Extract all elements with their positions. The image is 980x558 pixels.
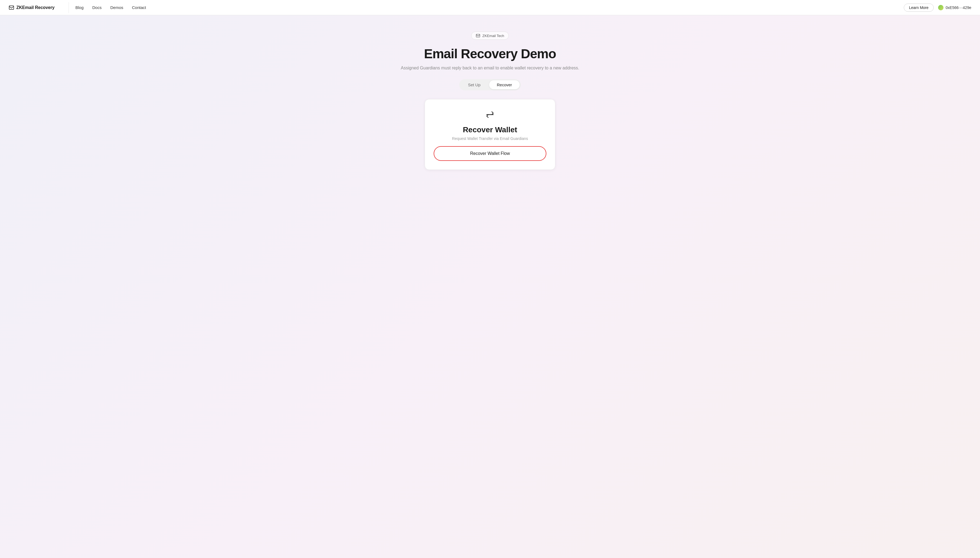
svg-rect-0 xyxy=(9,6,14,9)
logo[interactable]: ZKEmail Recovery xyxy=(9,5,69,10)
navbar: ZKEmail Recovery Blog Docs Demos Contact… xyxy=(0,0,980,15)
card-subtitle: Request Wallet Transfer via Email Guardi… xyxy=(452,136,528,141)
nav-link-demos[interactable]: Demos xyxy=(110,5,123,10)
logo-label: ZKEmail Recovery xyxy=(16,5,55,10)
page-title: Email Recovery Demo xyxy=(424,46,556,61)
tab-toggle: Set Up Recover xyxy=(459,79,521,90)
badge-label: ZKEmail Tech xyxy=(483,34,504,38)
tab-recover[interactable]: Recover xyxy=(489,80,520,89)
nav-link-contact[interactable]: Contact xyxy=(132,5,146,10)
recover-wallet-flow-button[interactable]: Recover Wallet Flow xyxy=(433,146,547,161)
learn-more-button[interactable]: Learn More xyxy=(904,3,934,12)
nav-divider xyxy=(69,2,69,13)
card-title: Recover Wallet xyxy=(463,125,517,134)
wallet-address-text: 0xE566····429e xyxy=(946,5,971,10)
transfer-icon xyxy=(486,110,494,120)
nav-links: Blog Docs Demos Contact xyxy=(76,5,904,10)
svg-rect-1 xyxy=(476,34,480,37)
nav-link-docs[interactable]: Docs xyxy=(92,5,102,10)
mail-icon xyxy=(9,5,14,10)
recover-wallet-card: Recover Wallet Request Wallet Transfer v… xyxy=(425,99,555,170)
wallet-address[interactable]: 0xE566····429e xyxy=(938,5,971,10)
tab-setup[interactable]: Set Up xyxy=(460,80,488,89)
nav-link-blog[interactable]: Blog xyxy=(76,5,84,10)
main-content: ZKEmail Tech Email Recovery Demo Assigne… xyxy=(0,15,980,192)
nav-right: Learn More 0xE566····429e xyxy=(904,3,971,12)
wallet-avatar xyxy=(938,5,944,10)
tech-badge: ZKEmail Tech xyxy=(471,31,509,40)
page-subtitle: Assigned Guardians must reply back to an… xyxy=(401,66,579,71)
badge-mail-icon xyxy=(476,33,480,38)
